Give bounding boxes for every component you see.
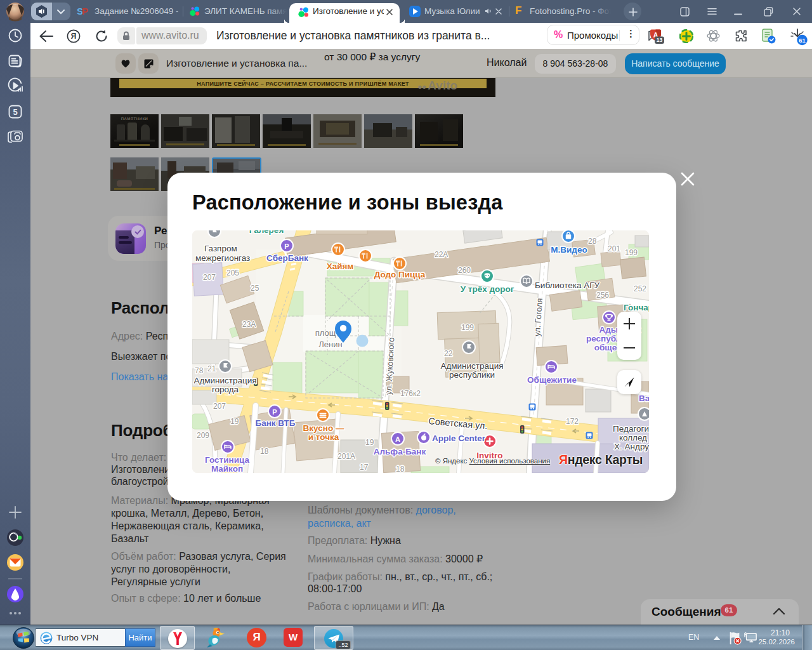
svg-text:13: 13 (657, 37, 663, 43)
svg-text:Майкоп: Майкоп (211, 464, 243, 473)
svg-text:199: 199 (625, 248, 638, 257)
svg-text:площ: площ (315, 328, 336, 338)
svg-text:У трёх дорог: У трёх дорог (461, 284, 514, 294)
svg-text:28: 28 (588, 237, 597, 246)
svg-text:Банк ВТБ: Банк ВТБ (255, 418, 295, 428)
svg-text:5: 5 (13, 107, 17, 117)
svg-text:22: 22 (444, 349, 453, 358)
svg-text:и точка: и точка (308, 432, 339, 442)
svg-text:19: 19 (230, 417, 239, 426)
svg-text:М.Видео: М.Видео (551, 245, 587, 255)
svg-text:Галерея: Галерея (249, 230, 284, 235)
svg-text:205: 205 (226, 269, 239, 277)
svg-text:21: 21 (207, 364, 216, 373)
svg-text:Педагоги: Педагоги (613, 424, 649, 434)
svg-text:Х. Андру: Х. Андру (614, 442, 649, 451)
svg-text:201: 201 (608, 244, 620, 253)
svg-text:коллед: коллед (619, 433, 647, 442)
svg-text:209: 209 (197, 431, 209, 440)
svg-text:199: 199 (461, 323, 474, 332)
svg-text:Администрация: Администрация (440, 361, 503, 371)
svg-text:172: 172 (566, 417, 579, 426)
svg-text:СберБанк: СберБанк (266, 253, 308, 263)
svg-text:Р: Р (284, 242, 289, 250)
svg-text:Вкусно —: Вкусно — (303, 423, 344, 433)
svg-text:Р: Р (272, 408, 277, 416)
svg-text:61: 61 (799, 37, 806, 44)
svg-text:Альфа-Банк: Альфа-Банк (374, 447, 426, 456)
svg-text:Apple Center: Apple Center (432, 434, 486, 443)
svg-text:25: 25 (251, 284, 259, 293)
svg-text:Библиотека АГУ: Библиотека АГУ (535, 281, 599, 290)
svg-text:260: 260 (458, 266, 471, 275)
svg-text:А: А (395, 435, 400, 443)
svg-text:города: города (212, 385, 239, 394)
svg-text:78: 78 (195, 366, 204, 375)
svg-text:Додо Пицца: Додо Пицца (374, 270, 426, 279)
svg-text:Гостиница: Гостиница (205, 455, 249, 465)
svg-text:республики: республики (449, 370, 495, 380)
svg-text:Ленин: Ленин (318, 340, 342, 349)
svg-text:176к2: 176к2 (400, 389, 421, 398)
svg-text:23А: 23А (242, 320, 256, 329)
svg-text:18: 18 (396, 465, 405, 473)
svg-text:252: 252 (634, 284, 646, 293)
svg-text:207: 207 (213, 402, 226, 411)
svg-text:Администрация: Администрация (193, 376, 256, 385)
svg-text:Гончарн: Гончарн (624, 303, 649, 312)
svg-text:Общежитие: Общежитие (527, 375, 577, 385)
svg-text:18: 18 (260, 447, 269, 456)
svg-text:межрегионгаз: межрегионгаз (195, 253, 250, 263)
svg-text:256: 256 (596, 291, 609, 300)
svg-text:201А: 201А (337, 452, 355, 461)
svg-text:Ва: Ва (639, 394, 649, 403)
svg-text:Газпром: Газпром (204, 244, 237, 253)
svg-text:207: 207 (203, 273, 216, 282)
svg-text:R: R (70, 32, 76, 41)
svg-text:22А: 22А (435, 250, 448, 259)
svg-text:Хайям: Хайям (327, 262, 354, 271)
svg-text:19: 19 (365, 438, 374, 447)
svg-text:17: 17 (360, 463, 369, 472)
